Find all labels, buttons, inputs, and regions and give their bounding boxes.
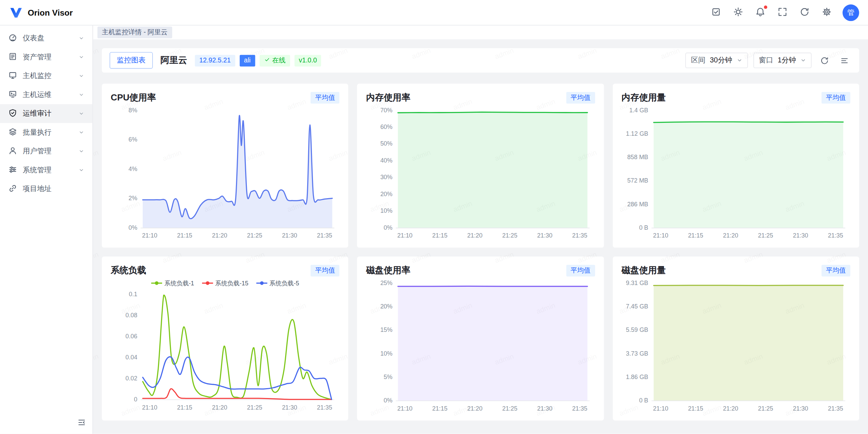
monitor-chart-button[interactable]: 监控图表 <box>110 52 153 69</box>
sidebar-item-label: 系统管理 <box>23 165 72 175</box>
refresh-icon <box>820 56 828 64</box>
chevron-down-icon <box>77 92 86 97</box>
chevron-down-icon <box>77 167 86 173</box>
svg-text:4%: 4% <box>129 166 137 172</box>
svg-text:21:30: 21:30 <box>537 405 553 412</box>
svg-text:21:15: 21:15 <box>688 405 703 412</box>
breadcrumb-tag[interactable]: 主机监控详情 - 阿里云 <box>97 26 172 38</box>
sun-icon <box>733 7 743 18</box>
memory-usage-amount-card: 内存使用量平均值0 B286 MB572 MB858 MB1.12 GB1.4 … <box>613 84 859 248</box>
interval-select[interactable]: 区间 30分钟 <box>686 53 748 68</box>
legend-item[interactable]: 系统负载-15 <box>202 279 248 287</box>
sidebar-item-9[interactable]: 项目地址 <box>0 180 93 199</box>
sidebar-item-7[interactable]: 用户管理 <box>0 142 93 161</box>
chevron-down-icon <box>801 58 806 63</box>
check-icon <box>264 57 270 64</box>
sidebar: 仪表盘资产管理主机监控主机运维运维审计批量执行用户管理系统管理项目地址 <box>0 25 93 434</box>
link-icon <box>8 184 17 194</box>
svg-text:0 B: 0 B <box>639 397 648 404</box>
user-icon <box>8 146 17 156</box>
fullscreen-button[interactable] <box>774 4 790 21</box>
svg-text:8%: 8% <box>129 107 137 114</box>
svg-text:21:35: 21:35 <box>572 232 588 239</box>
sidebar-item-label: 主机运维 <box>23 90 72 99</box>
svg-text:21:25: 21:25 <box>247 232 262 239</box>
top-header: Orion Visor 管 <box>0 0 868 25</box>
cpu-usage-chart: 0%2%4%6%8%21:1021:1521:2021:2521:3021:35 <box>111 105 339 242</box>
sidebar-item-2[interactable]: 资产管理 <box>0 48 93 67</box>
svg-text:572 MB: 572 MB <box>627 177 648 184</box>
chart-title: 内存使用率 <box>366 92 411 103</box>
refresh-button[interactable] <box>796 4 813 21</box>
header-actions: 管 <box>708 4 859 21</box>
menu-fold-icon <box>78 418 86 427</box>
batch-icon <box>8 127 17 138</box>
todo-button[interactable] <box>708 4 724 21</box>
sidebar-item-label: 批量执行 <box>23 128 72 137</box>
svg-text:21:35: 21:35 <box>828 232 843 239</box>
disk-usage-percent-card: 磁盘使用率平均值0%5%10%15%20%25%21:1021:1521:202… <box>357 257 604 420</box>
sidebar-item-label: 项目地址 <box>23 184 86 194</box>
svg-text:25%: 25% <box>380 280 393 286</box>
svg-text:40%: 40% <box>380 157 393 164</box>
svg-text:21:30: 21:30 <box>793 232 808 239</box>
window-select[interactable]: 窗口 1分钟 <box>753 53 812 68</box>
app-root: Orion Visor 管 仪表盘资产管理主机监控主机运维运维审计批量执行用户管… <box>0 0 868 434</box>
chevron-down-icon <box>77 111 86 116</box>
disk-usage-percent-chart: 0%5%10%15%20%25%21:1021:1521:2021:2521:3… <box>366 278 595 415</box>
window-label: 窗口 <box>759 55 773 65</box>
legend-item[interactable]: 系统负载-1 <box>151 279 194 287</box>
collapse-sidebar-button[interactable] <box>78 418 86 428</box>
notification-badge <box>764 5 767 9</box>
notifications-button[interactable] <box>752 4 768 21</box>
host-tags: 12.92.5.21ali在线v1.0.0 <box>195 55 321 66</box>
svg-text:0: 0 <box>134 396 137 403</box>
legend-item[interactable]: 系统负载-5 <box>256 279 299 287</box>
system-icon <box>8 165 17 175</box>
svg-text:0%: 0% <box>129 224 137 231</box>
user-avatar[interactable]: 管 <box>843 4 859 21</box>
sidebar-item-4[interactable]: 主机运维 <box>0 85 93 104</box>
sidebar-item-label: 仪表盘 <box>23 33 72 43</box>
sidebar-item-5[interactable]: 运维审计 <box>0 104 93 123</box>
theme-button[interactable] <box>730 4 746 21</box>
host-tag: 12.92.5.21 <box>195 55 235 66</box>
average-value-badge: 平均值 <box>311 265 339 276</box>
svg-text:21:20: 21:20 <box>468 405 483 412</box>
svg-text:21:10: 21:10 <box>142 404 157 411</box>
average-value-badge: 平均值 <box>566 265 595 276</box>
chart-legend: 系统负载-1系统负载-15系统负载-5 <box>111 278 340 289</box>
svg-text:5%: 5% <box>384 374 393 380</box>
sidebar-item-8[interactable]: 系统管理 <box>0 161 93 180</box>
layout-list-button[interactable] <box>837 53 851 68</box>
svg-text:6%: 6% <box>129 136 137 143</box>
svg-text:0.02: 0.02 <box>125 375 137 382</box>
svg-text:20%: 20% <box>380 191 393 197</box>
average-value-badge: 平均值 <box>822 265 850 276</box>
svg-text:70%: 70% <box>380 107 393 114</box>
sidebar-item-label: 资产管理 <box>23 52 72 62</box>
chevron-down-icon <box>77 130 86 135</box>
content: 监控图表 阿里云 12.92.5.21ali在线v1.0.0 区间 30分钟 窗… <box>93 39 868 434</box>
host-tag: ali <box>239 55 255 66</box>
settings-button[interactable] <box>818 4 835 21</box>
svg-text:21:15: 21:15 <box>177 232 192 239</box>
svg-text:20%: 20% <box>380 303 393 310</box>
svg-text:30%: 30% <box>380 174 393 181</box>
average-value-badge: 平均值 <box>311 92 339 103</box>
svg-text:21:35: 21:35 <box>317 232 332 239</box>
svg-text:15%: 15% <box>380 326 393 333</box>
sidebar-item-3[interactable]: 主机监控 <box>0 67 93 86</box>
chart-refresh-button[interactable] <box>817 53 831 68</box>
svg-text:858 MB: 858 MB <box>627 154 648 161</box>
svg-text:10%: 10% <box>380 207 393 214</box>
svg-text:21:30: 21:30 <box>282 232 297 239</box>
chart-title: 磁盘使用量 <box>622 265 666 276</box>
sidebar-item-6[interactable]: 批量执行 <box>0 123 93 142</box>
breadcrumb: 主机监控详情 - 阿里云 <box>93 25 868 39</box>
svg-text:50%: 50% <box>380 140 393 147</box>
sidebar-item-1[interactable]: 仪表盘 <box>0 29 93 48</box>
asset-icon <box>8 52 17 62</box>
svg-text:21:20: 21:20 <box>723 232 738 239</box>
main-area: 主机监控详情 - 阿里云 监控图表 阿里云 12.92.5.21ali在线v1.… <box>93 25 868 434</box>
